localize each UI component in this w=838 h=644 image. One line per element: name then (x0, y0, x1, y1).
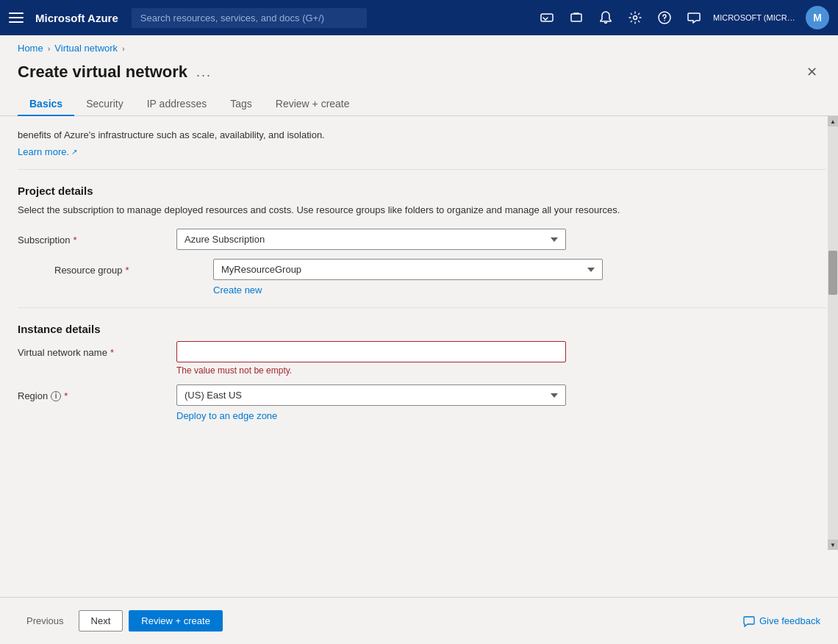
edge-zone-link[interactable]: Deploy to an edge zone (176, 410, 277, 421)
next-button[interactable]: Next (79, 610, 123, 632)
region-label: Region i * (18, 384, 165, 401)
breadcrumb-home[interactable]: Home (18, 43, 43, 54)
subscription-label: Subscription * (18, 229, 165, 246)
subscription-required: * (74, 235, 77, 246)
resource-group-label: Resource group * (54, 259, 201, 276)
main-container: benefits of Azure's infrastructure such … (0, 116, 838, 550)
vnet-name-row: Virtual network name * The value must no… (18, 341, 826, 376)
scroll-down-button[interactable]: ▼ (828, 540, 838, 550)
give-feedback-button[interactable]: Give feedback (743, 615, 820, 627)
learn-more-link[interactable]: Learn more. ↗ (18, 146, 77, 157)
scroll-thumb (828, 251, 837, 295)
page-header-left: Create virtual network ... (18, 62, 212, 82)
previous-button[interactable]: Previous (18, 611, 73, 631)
external-link-icon: ↗ (71, 148, 77, 156)
region-required: * (64, 390, 68, 401)
content-area: benefits of Azure's infrastructure such … (0, 116, 838, 550)
tab-security[interactable]: Security (74, 92, 135, 115)
region-info-icon[interactable]: i (51, 391, 61, 401)
scrollbar: ▲ ▼ (828, 116, 838, 550)
app-logo: Microsoft Azure (35, 12, 118, 24)
avatar: M (806, 6, 829, 29)
cloud-shell-icon[interactable] (534, 4, 560, 31)
svg-rect-1 (571, 14, 581, 21)
search-input[interactable] (132, 8, 367, 28)
tabs-bar: Basics Security IP addresses Tags Review… (0, 92, 838, 116)
page-options-icon[interactable]: ... (196, 65, 212, 80)
project-details-header: Project details (18, 185, 826, 197)
tab-tags[interactable]: Tags (218, 92, 264, 115)
vnet-name-control: The value must not be empty. (176, 341, 566, 376)
notifications-icon[interactable] (592, 4, 619, 31)
region-control: (US) East US (US) West US (US) West US 2… (176, 384, 566, 421)
resource-group-control: MyResourceGroup Create new (213, 259, 603, 296)
tab-ip-addresses[interactable]: IP addresses (135, 92, 218, 115)
scroll-up-button[interactable]: ▲ (828, 116, 838, 126)
scrollable-content: benefits of Azure's infrastructure such … (0, 116, 838, 550)
resource-group-required: * (126, 265, 129, 276)
hamburger-menu[interactable] (9, 10, 24, 25)
review-create-button[interactable]: Review + create (129, 610, 223, 632)
vnet-name-required: * (110, 347, 114, 358)
directory-icon[interactable] (563, 4, 590, 31)
page-title: Create virtual network (18, 62, 187, 82)
scroll-thumb-area[interactable] (828, 126, 838, 540)
resource-group-select[interactable]: MyResourceGroup (213, 259, 603, 280)
subscription-row: Subscription * Azure Subscription (18, 229, 826, 250)
intro-text: benefits of Azure's infrastructure such … (18, 128, 826, 143)
create-new-resource-group-link[interactable]: Create new (213, 285, 262, 296)
page-header: Create virtual network ... ✕ (0, 61, 838, 92)
subscription-select[interactable]: Azure Subscription (176, 229, 566, 250)
region-select[interactable]: (US) East US (US) West US (US) West US 2… (176, 384, 566, 406)
breadcrumb-sep-2: › (122, 44, 125, 53)
feedback-bubble-icon (743, 615, 755, 627)
project-details-desc: Select the subscription to manage deploy… (18, 203, 826, 218)
topbar: Microsoft Azure MICROSOFT (MICROSOFT.ONM… (0, 0, 838, 35)
feedback-icon[interactable] (681, 4, 707, 31)
svg-point-4 (664, 20, 665, 21)
divider-1 (18, 169, 826, 170)
resource-group-row: Resource group * MyResourceGroup Create … (54, 259, 826, 296)
divider-2 (18, 307, 826, 308)
vnet-name-label: Virtual network name * (18, 341, 165, 358)
breadcrumb-sep-1: › (48, 44, 51, 53)
region-row: Region i * (US) East US (US) West US (US… (18, 384, 826, 421)
footer: Previous Next Review + create Give feedb… (0, 597, 838, 644)
help-icon[interactable] (651, 4, 678, 31)
subscription-control: Azure Subscription (176, 229, 566, 250)
tab-basics[interactable]: Basics (18, 92, 74, 115)
close-button[interactable]: ✕ (803, 61, 820, 83)
instance-details-header: Instance details (18, 323, 826, 335)
vnet-name-error: The value must not be empty. (176, 365, 566, 376)
svg-point-2 (634, 16, 637, 20)
user-display-name: MICROSOFT (MICROSOFT.ONMI...) (713, 13, 801, 22)
vnet-name-input[interactable] (176, 341, 566, 362)
topbar-icons: MICROSOFT (MICROSOFT.ONMI...) M (534, 4, 829, 31)
settings-icon[interactable] (622, 4, 648, 31)
breadcrumb-virtual-network[interactable]: Virtual network (54, 43, 118, 54)
tab-review-create[interactable]: Review + create (264, 92, 362, 115)
footer-right: Give feedback (743, 615, 820, 627)
breadcrumb: Home › Virtual network › (0, 35, 838, 61)
user-menu[interactable]: MICROSOFT (MICROSOFT.ONMI...) M (713, 6, 829, 29)
